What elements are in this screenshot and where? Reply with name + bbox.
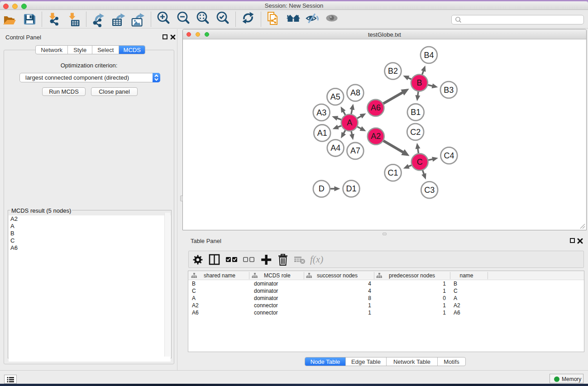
svg-text:B1: B1 — [411, 108, 421, 117]
svg-text:A5: A5 — [330, 92, 340, 101]
svg-text:B: B — [416, 78, 422, 87]
svg-text:D: D — [319, 184, 325, 193]
svg-text:A1: A1 — [317, 129, 327, 138]
svg-text:A: A — [347, 118, 352, 127]
svg-text:A4: A4 — [330, 143, 340, 152]
svg-text:C2: C2 — [410, 128, 421, 137]
svg-text:A7: A7 — [350, 146, 360, 155]
svg-text:C: C — [417, 157, 423, 167]
svg-text:A2: A2 — [371, 132, 381, 141]
svg-text:C4: C4 — [444, 151, 454, 160]
svg-text:B3: B3 — [444, 86, 454, 95]
svg-text:D1: D1 — [346, 184, 356, 193]
svg-text:A8: A8 — [350, 88, 360, 97]
svg-text:B4: B4 — [424, 51, 434, 60]
svg-text:B2: B2 — [388, 67, 398, 76]
svg-text:C3: C3 — [424, 186, 435, 195]
svg-text:C1: C1 — [388, 168, 398, 177]
svg-text:A6: A6 — [371, 103, 381, 112]
svg-text:A3: A3 — [316, 108, 326, 117]
